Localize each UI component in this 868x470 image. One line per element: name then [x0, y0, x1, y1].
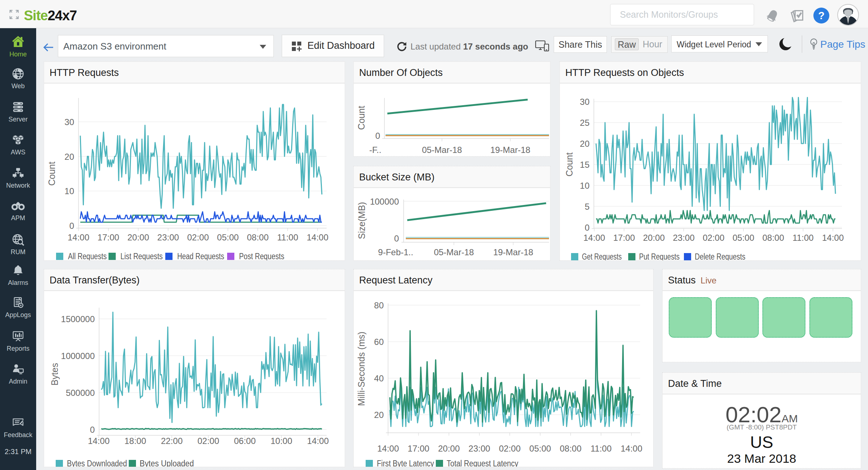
svg-text:0: 0 [69, 221, 74, 231]
svg-text:Delete Requests: Delete Requests [695, 252, 745, 260]
svg-text:Put Requests: Put Requests [639, 252, 680, 260]
svg-text:17:00: 17:00 [613, 233, 635, 243]
svg-text:-F..: -F.. [369, 145, 381, 155]
svg-text:14:00: 14:00 [88, 436, 110, 446]
svg-text:All Requests: All Requests [68, 252, 107, 260]
svg-text:0: 0 [394, 234, 399, 243]
svg-text:08:00: 08:00 [762, 233, 784, 243]
svg-text:17:00: 17:00 [408, 444, 429, 453]
svg-text:0: 0 [375, 131, 380, 141]
svg-text:40: 40 [374, 373, 384, 383]
svg-text:25: 25 [580, 118, 590, 128]
svg-text:10:00: 10:00 [271, 436, 292, 446]
svg-text:19-Mar-18: 19-Mar-18 [493, 247, 533, 257]
svg-text:Bytes: Bytes [50, 363, 60, 386]
svg-text:60: 60 [374, 337, 384, 347]
svg-text:Head Requests: Head Requests [177, 252, 224, 260]
svg-text:80: 80 [374, 300, 384, 310]
svg-text:Count: Count [356, 106, 366, 130]
svg-text:06:00: 06:00 [234, 436, 256, 446]
svg-text:11:00: 11:00 [792, 233, 813, 243]
svg-text:17:00: 17:00 [98, 232, 119, 242]
svg-text:Bytes Downloaded: Bytes Downloaded [67, 459, 127, 467]
svg-text:14:00: 14:00 [307, 436, 329, 446]
svg-text:14:00: 14:00 [68, 232, 89, 242]
svg-text:08:00: 08:00 [247, 232, 269, 242]
svg-text:02:00: 02:00 [187, 232, 209, 242]
svg-text:1000000: 1000000 [61, 351, 95, 361]
svg-text:1500000: 1500000 [61, 314, 95, 324]
svg-text:20: 20 [580, 139, 590, 149]
svg-text:Size(MB): Size(MB) [357, 202, 367, 239]
svg-text:Count: Count [564, 153, 574, 177]
svg-text:0: 0 [90, 425, 95, 435]
svg-text:30: 30 [64, 117, 74, 127]
svg-text:14:00: 14:00 [822, 233, 844, 243]
svg-text:23:00: 23:00 [468, 444, 490, 453]
svg-text:05:00: 05:00 [529, 444, 551, 453]
svg-text:Post Requests: Post Requests [239, 252, 284, 260]
svg-text:500000: 500000 [66, 388, 95, 398]
svg-text:20:00: 20:00 [438, 444, 460, 453]
svg-text:Total Request Latency: Total Request Latency [447, 459, 518, 467]
svg-text:11:00: 11:00 [277, 232, 298, 242]
svg-text:10: 10 [64, 186, 74, 196]
svg-text:14:00: 14:00 [377, 444, 399, 453]
svg-text:100000: 100000 [370, 197, 399, 206]
svg-text:20: 20 [374, 410, 384, 420]
svg-text:18:00: 18:00 [124, 436, 146, 446]
svg-text:Get Requests: Get Requests [582, 252, 622, 260]
svg-text:14:00: 14:00 [583, 233, 605, 243]
svg-text:10: 10 [580, 181, 590, 191]
svg-text:First Byte Latency: First Byte Latency [377, 459, 434, 467]
svg-text:05-Mar-18: 05-Mar-18 [434, 247, 474, 257]
svg-text:08:00: 08:00 [560, 444, 582, 453]
svg-text:30: 30 [580, 97, 590, 107]
svg-text:19-Mar-18: 19-Mar-18 [490, 145, 531, 155]
svg-text:23:00: 23:00 [157, 232, 179, 242]
svg-text:20:00: 20:00 [643, 233, 665, 243]
svg-text:14:00: 14:00 [621, 444, 642, 453]
svg-text:05-Mar-18: 05-Mar-18 [422, 145, 462, 155]
svg-text:02:00: 02:00 [499, 444, 520, 453]
svg-text:9-Feb-1..: 9-Feb-1.. [378, 247, 413, 257]
svg-text:05:00: 05:00 [217, 232, 239, 242]
svg-text:0: 0 [585, 223, 590, 232]
svg-text:20: 20 [64, 152, 74, 162]
svg-text:05:00: 05:00 [732, 233, 754, 243]
svg-text:11:00: 11:00 [591, 444, 612, 453]
svg-text:Bytes Uploaded: Bytes Uploaded [140, 459, 194, 467]
svg-text:5: 5 [585, 202, 590, 212]
svg-text:List Requests: List Requests [120, 252, 163, 260]
svg-text:02:00: 02:00 [197, 436, 219, 446]
svg-text:22:00: 22:00 [161, 436, 183, 446]
svg-text:23:00: 23:00 [673, 233, 694, 243]
svg-text:15: 15 [580, 160, 590, 170]
svg-text:20:00: 20:00 [127, 232, 149, 242]
svg-text:Count: Count [47, 162, 57, 186]
svg-text:14:00: 14:00 [307, 232, 328, 242]
svg-text:Milli-Seconds (ms): Milli-Seconds (ms) [356, 332, 366, 406]
svg-text:02:00: 02:00 [703, 233, 724, 243]
